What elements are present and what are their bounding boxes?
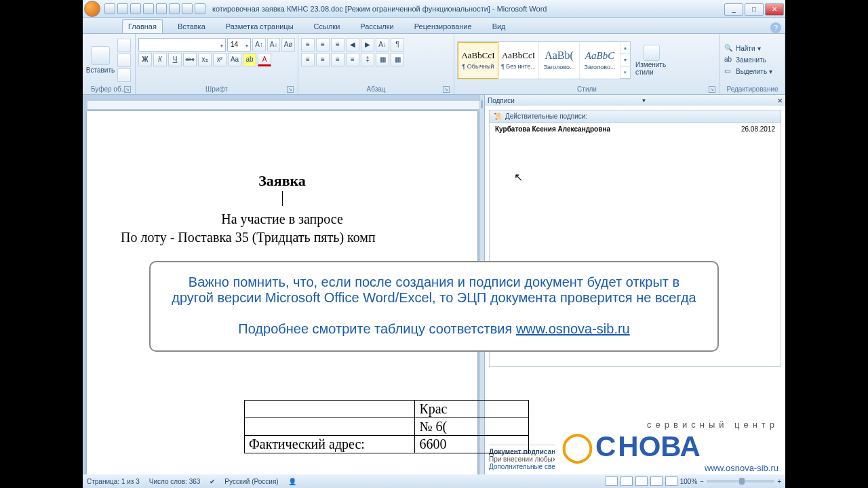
signature-row[interactable]: Курбатова Ксения Александровна 26.08.201…	[490, 123, 781, 136]
spellcheck-icon[interactable]: ✔	[210, 478, 215, 485]
gallery-scroll[interactable]: ▲▼▾	[620, 42, 630, 79]
format-painter-button[interactable]	[117, 68, 131, 82]
select-button[interactable]: ▭Выделить ▾	[724, 67, 781, 77]
tab-view[interactable]: Вид	[487, 20, 511, 33]
italic-button[interactable]: К	[153, 53, 167, 66]
sort-button[interactable]: A↓	[376, 38, 389, 52]
pane-close-icon[interactable]: ✕	[777, 97, 783, 104]
track-changes-icon[interactable]: 👤	[288, 478, 296, 485]
signer-name: Курбатова Ксения Александровна	[495, 125, 610, 133]
tab-layout[interactable]: Разметка страницы	[220, 20, 299, 33]
indent-button[interactable]: ▶	[361, 38, 374, 52]
page-indicator[interactable]: Страница: 1 из 3	[87, 478, 140, 485]
statusbar: Страница: 1 из 3 Число слов: 363 ✔ Русск…	[83, 474, 785, 488]
justify-button[interactable]: ≡	[346, 53, 359, 66]
maximize-button[interactable]: □	[745, 3, 764, 16]
horizontal-ruler[interactable]	[87, 100, 480, 110]
tab-mailings[interactable]: Рассылки	[355, 20, 399, 33]
qat-save-icon[interactable]	[104, 3, 115, 14]
strike-button[interactable]: abc	[183, 53, 197, 66]
align-center-button[interactable]: ≡	[316, 53, 330, 66]
qat-print-icon[interactable]	[169, 3, 180, 14]
bold-button[interactable]: Ж	[138, 53, 152, 66]
doc-subtitle: На участие в запросе	[121, 211, 443, 227]
callout-link[interactable]: www.osnova-sib.ru	[516, 321, 630, 336]
dialog-launcher-icon[interactable]: ↘	[287, 86, 294, 93]
help-button[interactable]: ?	[770, 22, 781, 33]
group-label: Буфер об...↘	[85, 85, 132, 94]
qat-more-icon[interactable]	[195, 3, 205, 14]
font-color-button[interactable]: A	[258, 53, 271, 66]
tab-references[interactable]: Ссылки	[309, 20, 346, 33]
subscript-button[interactable]: x₂	[198, 53, 212, 66]
qat-icon[interactable]	[143, 3, 154, 14]
replace-button[interactable]: abЗаменить	[724, 56, 781, 65]
superscript-button[interactable]: x²	[213, 53, 226, 66]
logo-tagline: сервисный центр	[561, 420, 778, 430]
styles-gallery[interactable]: AaBbCcI¶ Обычный AaBbCcI¶ Без инте... Aa…	[457, 41, 631, 79]
zoom-slider[interactable]	[707, 480, 774, 483]
view-full-screen[interactable]	[620, 476, 633, 486]
highlight-button[interactable]: ab	[243, 53, 256, 66]
view-outline[interactable]	[650, 476, 663, 486]
valid-signatures-header: 📜 Действительные подписи:	[490, 110, 781, 123]
qat-redo-icon[interactable]	[130, 3, 141, 14]
style-heading1[interactable]: AaBb(Заголово...	[539, 42, 580, 79]
view-web[interactable]	[635, 476, 648, 486]
numbering-button[interactable]: ≡	[316, 38, 330, 52]
style-no-spacing[interactable]: AaBbCcI¶ Без инте...	[498, 42, 539, 79]
view-draft[interactable]	[665, 476, 677, 486]
align-left-button[interactable]: ≡	[301, 53, 315, 66]
borders-button[interactable]: ▦	[391, 53, 404, 66]
qat-icon[interactable]	[156, 3, 167, 14]
word-count[interactable]: Число слов: 363	[149, 478, 201, 485]
office-button[interactable]	[84, 1, 100, 17]
tab-insert[interactable]: Вставка	[172, 20, 211, 33]
view-print-layout[interactable]	[606, 476, 618, 486]
cut-button[interactable]	[117, 39, 131, 52]
shrink-font-button[interactable]: A↓	[267, 38, 281, 52]
signature-date: 26.08.2012	[741, 125, 775, 133]
change-case-button[interactable]: Aa	[228, 53, 241, 66]
tab-review[interactable]: Рецензирование	[409, 20, 477, 33]
find-button[interactable]: 🔍Найти ▾	[724, 44, 781, 54]
zoom-level[interactable]: 100%	[680, 478, 698, 485]
language-indicator[interactable]: Русский (Россия)	[224, 478, 278, 485]
dialog-launcher-icon[interactable]: ↘	[124, 86, 131, 93]
style-normal[interactable]: AaBbCcI¶ Обычный	[458, 42, 498, 79]
group-font: 14 A↑ A↓ Aø Ж К Ч abc x₂ x² Aa ab A Шриф	[136, 34, 298, 94]
show-marks-button[interactable]: ¶	[391, 38, 404, 52]
zoom-in-button[interactable]: +	[777, 478, 781, 485]
align-right-button[interactable]: ≡	[331, 53, 344, 66]
tab-home[interactable]: Главная	[122, 19, 163, 33]
line-spacing-button[interactable]: ‡	[361, 53, 374, 66]
shading-button[interactable]: ▦	[376, 53, 389, 66]
qat-open-icon[interactable]	[182, 3, 193, 14]
change-styles-button[interactable]: Изменить стили	[635, 45, 668, 76]
bullets-button[interactable]: ≡	[301, 38, 315, 52]
group-paragraph: ≡ ≡ ≡ ◀ ▶ A↓ ¶ ≡ ≡ ≡ ≡ ‡ ▦ ▦ А	[298, 34, 454, 94]
paste-label: Вставить	[86, 66, 115, 74]
minimize-button[interactable]: _	[724, 3, 743, 16]
window-title: котировочная заявка КМНС 23.08.doc [Режи…	[212, 5, 724, 13]
text-cursor	[282, 191, 283, 206]
group-clipboard: Вставить Буфер об...↘	[83, 34, 136, 94]
copy-button[interactable]	[117, 54, 131, 67]
doc-title: Заявка	[121, 172, 443, 190]
font-size-combo[interactable]: 14	[227, 38, 251, 52]
close-button[interactable]: ✕	[765, 3, 784, 16]
font-name-combo[interactable]	[138, 38, 226, 52]
paste-button[interactable]: Вставить	[85, 46, 115, 74]
outdent-button[interactable]: ◀	[346, 38, 359, 52]
multilevel-button[interactable]: ≡	[331, 38, 344, 52]
pane-menu-icon[interactable]: ▼	[642, 98, 647, 104]
dialog-launcher-icon[interactable]: ↘	[709, 86, 715, 93]
clear-format-button[interactable]: Aø	[281, 38, 295, 52]
zoom-out-button[interactable]: −	[700, 478, 704, 485]
dialog-launcher-icon[interactable]: ↘	[443, 86, 450, 93]
select-icon: ▭	[724, 67, 734, 77]
underline-button[interactable]: Ч	[168, 53, 182, 66]
style-heading2[interactable]: AaBbCЗаголово...	[580, 42, 620, 79]
qat-undo-icon[interactable]	[117, 3, 128, 14]
grow-font-button[interactable]: A↑	[252, 38, 266, 52]
